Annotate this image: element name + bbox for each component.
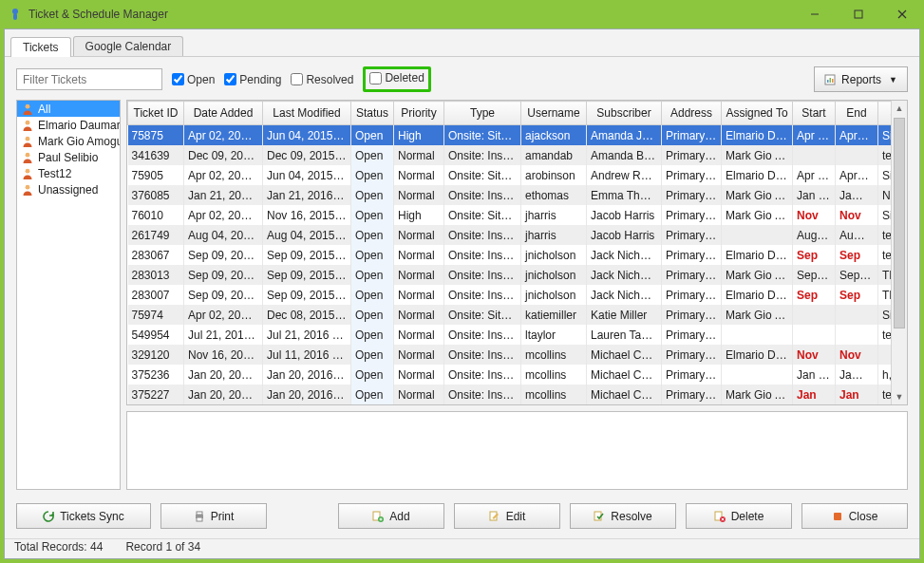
- assignee-sidebar[interactable]: AllElmario DaumarMark Gio AmoguisPaul Se…: [16, 100, 121, 490]
- person-icon: [21, 183, 34, 197]
- delete-button[interactable]: Delete: [686, 503, 792, 529]
- table-row[interactable]: 283007Sep 09, 201…Sep 09, 2015 …OpenNorm…: [128, 285, 909, 305]
- table-cell: Jan 21, 201…: [184, 185, 263, 205]
- table-row[interactable]: 376085Jan 21, 201…Jan 21, 2016 …OpenNorm…: [128, 185, 909, 205]
- table-row[interactable]: 75905Apr 02, 201…Jun 04, 2015 …OpenNorma…: [128, 165, 909, 185]
- table-cell: 75905: [128, 165, 184, 185]
- table-cell: High: [394, 125, 444, 146]
- column-header[interactable]: Date Added: [184, 102, 263, 125]
- table-cell: Normal: [394, 145, 444, 165]
- table-cell: Jul 11, 2016 …: [263, 345, 351, 365]
- column-header[interactable]: Start: [793, 102, 836, 125]
- table-row[interactable]: 375227Jan 20, 201…Jan 20, 2016 …OpenNorm…: [128, 385, 909, 404]
- sidebar-item[interactable]: Paul Selibio: [17, 149, 120, 165]
- column-header[interactable]: Type: [444, 102, 521, 125]
- print-button[interactable]: Print: [160, 503, 267, 529]
- sidebar-item[interactable]: Mark Gio Amoguis: [17, 133, 120, 149]
- table-cell: [836, 305, 878, 325]
- scroll-up-button[interactable]: ▲: [892, 101, 907, 116]
- column-header[interactable]: Last Modified: [263, 102, 351, 125]
- table-cell: Onsite: Site…: [444, 205, 521, 225]
- table-cell: 341639: [128, 145, 184, 165]
- vertical-scrollbar[interactable]: ▲ ▼: [891, 101, 907, 404]
- deleted-highlight: Deleted: [363, 66, 430, 92]
- scroll-down-button[interactable]: ▼: [892, 389, 907, 404]
- column-header[interactable]: Ticket ID: [128, 102, 184, 125]
- table-cell: Onsite: Install: [444, 245, 521, 265]
- sidebar-item[interactable]: Unassigned: [17, 181, 120, 197]
- tab-google-calendar[interactable]: Google Calendar: [73, 36, 184, 56]
- table-row[interactable]: 375236Jan 20, 201…Jan 20, 2016 …OpenNorm…: [128, 365, 909, 385]
- minimize-button[interactable]: [793, 0, 837, 28]
- table-row[interactable]: 261749Aug 04, 201…Aug 04, 2015…OpenNorma…: [128, 225, 909, 245]
- tab-tickets[interactable]: Tickets: [10, 37, 71, 57]
- table-cell: mcollins: [521, 385, 587, 404]
- table-cell: Open: [351, 145, 394, 165]
- table-cell: 375236: [128, 365, 184, 385]
- table-row[interactable]: 283013Sep 09, 201…Sep 09, 2015 …OpenNorm…: [128, 265, 909, 285]
- table-row[interactable]: 341639Dec 09, 201…Dec 09, 2015 …OpenNorm…: [128, 145, 909, 165]
- table-row[interactable]: 549954Jul 21, 2016 …Jul 21, 2016 …OpenNo…: [128, 325, 909, 345]
- table-cell: Michael Col…: [587, 365, 662, 385]
- maximize-button[interactable]: [837, 0, 880, 28]
- edit-icon: [489, 511, 500, 522]
- reports-button[interactable]: Reports ▼: [814, 66, 908, 92]
- tab-bar: Tickets Google Calendar: [5, 29, 919, 57]
- deleted-checkbox[interactable]: Deleted: [369, 71, 424, 84]
- table-cell: Elmario Da…: [722, 165, 793, 185]
- table-header-row[interactable]: Ticket IDDate AddedLast ModifiedStatusPr…: [128, 102, 909, 125]
- table-row[interactable]: 76010Apr 02, 201…Nov 16, 2015…OpenHighOn…: [128, 205, 909, 225]
- sidebar-item[interactable]: All: [17, 101, 120, 117]
- resolve-button[interactable]: Resolve: [570, 503, 676, 529]
- table-cell: Michael Col…: [587, 385, 662, 404]
- tickets-table[interactable]: Ticket IDDate AddedLast ModifiedStatusPr…: [127, 101, 908, 405]
- table-cell: Onsite: Install: [444, 285, 521, 305]
- deleted-checkbox-input[interactable]: [369, 72, 382, 84]
- table-row[interactable]: 75875Apr 02, 201…Jun 04, 2015 …OpenHighO…: [128, 125, 909, 146]
- open-checkbox-input[interactable]: [172, 73, 184, 85]
- table-cell: Open: [351, 305, 394, 325]
- table-cell: Open: [351, 325, 394, 345]
- filter-input[interactable]: [16, 68, 162, 90]
- pending-checkbox[interactable]: Pending: [224, 73, 281, 86]
- table-row[interactable]: 375224Jan 20, 201…Jan 20, 2016 …OpenNorm…: [128, 404, 909, 405]
- table-cell: 75974: [128, 305, 184, 325]
- tickets-grid[interactable]: Ticket IDDate AddedLast ModifiedStatusPr…: [126, 100, 908, 405]
- svg-rect-18: [197, 517, 202, 521]
- column-header[interactable]: Username: [521, 102, 587, 125]
- column-header[interactable]: End: [836, 102, 878, 125]
- table-cell: 549954: [128, 325, 184, 345]
- column-header[interactable]: Address: [662, 102, 722, 125]
- table-cell: Normal: [394, 285, 444, 305]
- scroll-thumb[interactable]: [894, 118, 905, 328]
- table-cell: [836, 145, 878, 165]
- table-cell: Nov 16, 201…: [184, 345, 263, 365]
- edit-button[interactable]: Edit: [454, 503, 560, 529]
- table-body[interactable]: 75875Apr 02, 201…Jun 04, 2015 …OpenHighO…: [128, 125, 909, 406]
- add-button[interactable]: Add: [338, 503, 444, 529]
- close-button[interactable]: Close: [801, 503, 908, 529]
- table-cell: High: [394, 205, 444, 225]
- column-header[interactable]: Subscriber: [587, 102, 662, 125]
- table-cell: Open: [351, 125, 394, 146]
- titlebar[interactable]: Ticket & Schedule Manager: [0, 0, 924, 28]
- open-checkbox[interactable]: Open: [172, 73, 215, 86]
- svg-rect-9: [832, 79, 834, 83]
- resolved-checkbox-input[interactable]: [291, 73, 303, 85]
- sidebar-item-label: Test12: [38, 167, 71, 180]
- pending-checkbox-input[interactable]: [224, 73, 236, 85]
- column-header[interactable]: Status: [351, 102, 394, 125]
- table-row[interactable]: 329120Nov 16, 201…Jul 11, 2016 …OpenNorm…: [128, 345, 909, 365]
- close-window-button[interactable]: [880, 0, 924, 28]
- column-header[interactable]: Assigned To: [722, 102, 793, 125]
- table-row[interactable]: 75974Apr 02, 201…Dec 08, 2015 …OpenNorma…: [128, 305, 909, 325]
- tickets-sync-button[interactable]: Tickets Sync: [16, 503, 151, 529]
- table-cell: Mark Gio A…: [722, 205, 793, 225]
- sidebar-item[interactable]: Elmario Daumar: [17, 117, 120, 133]
- table-cell: Onsite: Site…: [444, 305, 521, 325]
- resolved-checkbox[interactable]: Resolved: [291, 73, 353, 86]
- table-row[interactable]: 283067Sep 09, 201…Sep 09, 2015 …OpenNorm…: [128, 245, 909, 265]
- column-header[interactable]: Priority: [394, 102, 444, 125]
- sidebar-item[interactable]: Test12: [17, 165, 120, 181]
- table-cell: Open: [351, 205, 394, 225]
